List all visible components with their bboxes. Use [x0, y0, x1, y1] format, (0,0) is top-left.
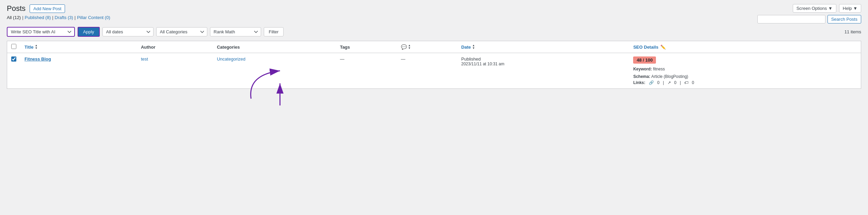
- all-categories-select[interactable]: All Categories: [156, 27, 207, 36]
- categories-cell[interactable]: Uncategorized: [213, 53, 336, 89]
- internal-links-count: 0: [657, 80, 660, 85]
- comments-column-header[interactable]: 💬 ▲▼: [397, 41, 457, 53]
- categories-column-header: Categories: [213, 41, 336, 53]
- select-all-checkbox[interactable]: [11, 44, 16, 49]
- pillar-content-link[interactable]: Pillar Content (0): [77, 15, 110, 20]
- title-cell[interactable]: Fitness Blog: [20, 53, 137, 89]
- post-title-link[interactable]: Fitness Blog: [25, 56, 51, 62]
- all-dates-select[interactable]: All dates: [102, 27, 154, 36]
- filter-row: Write SEO Title with AI Apply All dates …: [7, 27, 861, 37]
- author-link[interactable]: test: [141, 56, 148, 62]
- bulk-select-all-header[interactable]: [7, 41, 21, 53]
- comments-cell: —: [397, 53, 457, 89]
- external-link-icon: ↗: [668, 80, 671, 85]
- rank-math-select[interactable]: Rank Math: [210, 27, 261, 36]
- affiliate-link-icon: 🏷: [684, 80, 688, 85]
- category-link[interactable]: Uncategorized: [217, 56, 245, 62]
- published-posts-link[interactable]: Published (8): [25, 15, 51, 20]
- search-posts-button[interactable]: Search Posts: [827, 15, 861, 23]
- comment-bubble-icon: 💬: [401, 44, 407, 50]
- seo-links: Links: 🔗 0 | ↗ 0 | 🏷 0: [633, 80, 857, 85]
- seo-keyword: Keyword: fitness: [633, 66, 857, 73]
- search-bar: Search Posts: [757, 15, 861, 23]
- date-cell: Published 2023/11/11 at 10:31 am: [457, 53, 629, 89]
- row-select-checkbox[interactable]: [11, 56, 16, 62]
- apply-button[interactable]: Apply: [78, 27, 100, 37]
- link-internal-icon: 🔗: [649, 80, 654, 85]
- tags-cell: —: [336, 53, 397, 89]
- help-button[interactable]: Help ▼: [839, 4, 861, 13]
- author-column-header: Author: [137, 41, 213, 53]
- screen-options-button[interactable]: Screen Options ▼: [793, 4, 836, 13]
- seo-score-badge: 48 / 100: [633, 56, 656, 64]
- author-cell[interactable]: test: [137, 53, 213, 89]
- seo-details-edit-icon[interactable]: ✏️: [660, 45, 666, 50]
- row-checkbox-cell[interactable]: [7, 53, 21, 89]
- all-posts-link[interactable]: All (12): [7, 15, 21, 20]
- drafts-posts-link[interactable]: Drafts (3): [55, 15, 73, 20]
- search-posts-input[interactable]: [757, 15, 825, 23]
- bulk-action-select[interactable]: Write SEO Title with AI: [7, 27, 75, 37]
- post-filter-links: All (12) | Published (8) | Drafts (3) | …: [7, 15, 110, 20]
- title-column-header[interactable]: Title ▲▼: [20, 41, 137, 53]
- table-row: Fitness Blog test Uncategorized — — Publ…: [7, 53, 861, 89]
- seo-schema: Schema: Article (BlogPosting): [633, 73, 857, 81]
- page-title: Posts: [7, 4, 26, 13]
- date-sort-icon[interactable]: ▲▼: [472, 44, 475, 50]
- seo-details-cell: 48 / 100 Keyword: fitness Schema: Articl…: [629, 53, 861, 89]
- date-column-header[interactable]: Date ▲▼: [457, 41, 629, 53]
- tags-column-header: Tags: [336, 41, 397, 53]
- add-new-post-button[interactable]: Add New Post: [30, 4, 65, 13]
- external-links-count: 0: [674, 80, 677, 85]
- title-sort-icon[interactable]: ▲▼: [35, 44, 38, 50]
- affiliate-links-count: 0: [692, 80, 694, 85]
- posts-table: Title ▲▼ Author Categories Tags 💬 ▲▼: [7, 41, 861, 89]
- items-count: 11 items: [845, 29, 861, 34]
- filter-button[interactable]: Filter: [264, 27, 284, 36]
- comment-sort-icon[interactable]: ▲▼: [408, 44, 411, 50]
- seo-details-column-header[interactable]: SEO Details ✏️: [629, 41, 861, 53]
